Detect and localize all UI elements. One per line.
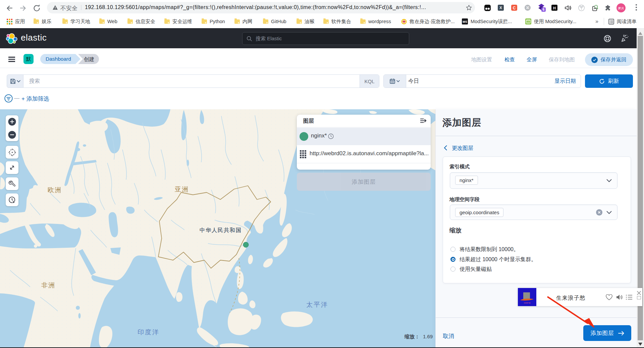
svg-text:⌘: ⌘ <box>526 6 530 10</box>
svg-text:MS: MS <box>463 20 467 23</box>
svg-text:</>: </> <box>527 21 530 23</box>
svg-text:C: C <box>513 6 516 10</box>
svg-text:H: H <box>553 6 556 10</box>
svg-text:X: X <box>499 6 502 10</box>
svg-text:6: 6 <box>543 8 545 11</box>
svg-text:霁月: 霁月 <box>618 6 624 10</box>
